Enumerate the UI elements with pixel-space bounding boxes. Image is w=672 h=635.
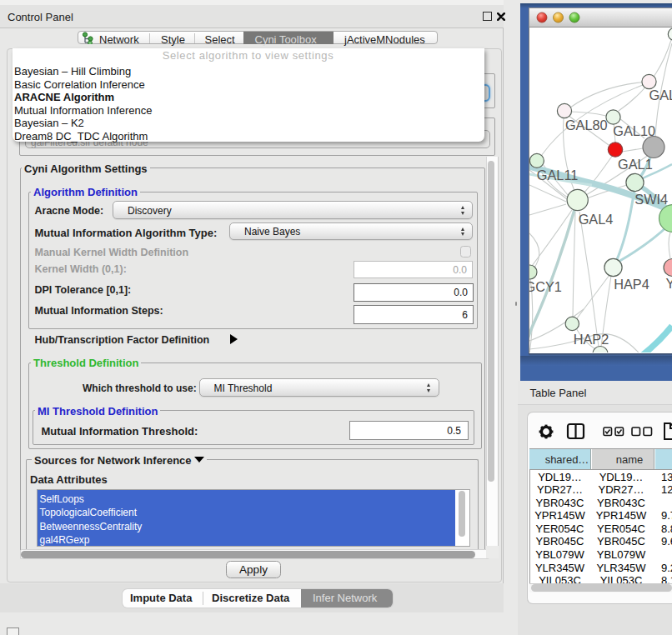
svg-text:GAL80: GAL80 <box>565 118 608 132</box>
svg-text:HAP4: HAP4 <box>614 277 649 292</box>
svg-text:HAP2: HAP2 <box>574 332 609 347</box>
svg-text:GAL4: GAL4 <box>579 212 614 227</box>
svg-text:GCY1: GCY1 <box>529 279 562 294</box>
svg-text:GAL1: GAL1 <box>618 157 653 172</box>
svg-text:GAL10: GAL10 <box>613 123 655 138</box>
svg-text:GAL2: GAL2 <box>649 88 672 102</box>
svg-text:GAL11: GAL11 <box>537 168 578 182</box>
svg-text:SWI4: SWI4 <box>634 192 668 207</box>
svg-text:Y: Y <box>666 276 672 291</box>
